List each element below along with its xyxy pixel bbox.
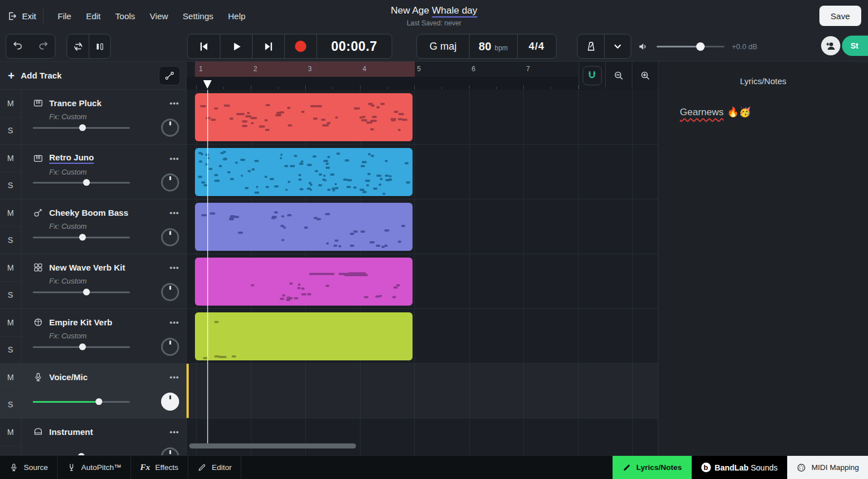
track-menu-button[interactable]: ••• — [170, 373, 179, 381]
track-row[interactable]: M S Voice/Mic ••• — [0, 364, 186, 419]
slider-knob[interactable] — [696, 42, 705, 51]
track-row[interactable]: M S New Wave Verb Kit ••• Fx: Custom — [0, 254, 186, 309]
slider-knob[interactable] — [96, 398, 102, 405]
track-menu-button[interactable]: ••• — [170, 154, 179, 163]
song-title-block[interactable]: New Age Whale day Last Saved: never — [390, 5, 477, 27]
speaker-icon[interactable] — [637, 41, 649, 53]
mute-button[interactable]: M — [0, 419, 21, 446]
redo-button[interactable] — [37, 40, 49, 54]
timeline-body[interactable] — [186, 90, 658, 455]
slider-knob[interactable] — [79, 124, 86, 131]
bpm-display[interactable]: 80bpm — [469, 34, 517, 58]
pan-knob[interactable] — [161, 173, 179, 191]
solo-button[interactable]: S — [0, 337, 21, 364]
solo-button[interactable]: S — [0, 172, 21, 199]
menu-file[interactable]: File — [58, 11, 71, 21]
slider-knob[interactable] — [83, 179, 90, 186]
midi-clip[interactable] — [195, 93, 413, 141]
midi-clip[interactable] — [195, 258, 413, 306]
menu-help[interactable]: Help — [228, 11, 246, 21]
pan-knob[interactable] — [161, 228, 179, 246]
solo-button[interactable]: S — [0, 391, 21, 419]
skip-back-button[interactable] — [188, 34, 220, 58]
undo-button[interactable] — [12, 40, 24, 54]
timeline-track-row[interactable] — [186, 309, 658, 364]
mute-button[interactable]: M — [0, 364, 21, 391]
studio-button[interactable]: St — [842, 36, 868, 56]
timeline-track-row[interactable] — [186, 90, 658, 145]
track-volume-slider[interactable] — [33, 343, 130, 351]
zoom-in-button[interactable] — [632, 62, 658, 89]
save-button[interactable]: Save — [819, 6, 861, 26]
song-title[interactable]: New Age Whale day — [390, 5, 477, 16]
midi-mapping-button[interactable]: MIDI Mapping — [787, 456, 868, 479]
pan-knob[interactable] — [161, 283, 179, 301]
track-menu-button[interactable]: ••• — [170, 318, 179, 326]
track-volume-slider[interactable] — [33, 233, 130, 241]
slider-knob[interactable] — [79, 234, 86, 241]
mute-button[interactable]: M — [0, 145, 21, 172]
metronome-dropdown[interactable] — [604, 34, 631, 58]
bottom-tab-effects[interactable]: FxEffects — [131, 456, 188, 479]
pan-knob[interactable] — [161, 338, 179, 356]
midi-clip[interactable] — [195, 312, 413, 360]
pan-knob[interactable] — [161, 393, 179, 411]
bottom-tab-editor[interactable]: Editor — [188, 456, 241, 479]
solo-button[interactable]: S — [0, 117, 21, 145]
menu-view[interactable]: View — [150, 11, 168, 21]
menu-settings[interactable]: Settings — [183, 11, 213, 21]
midi-clip[interactable] — [195, 148, 413, 196]
track-volume-slider[interactable] — [33, 288, 130, 296]
track-volume-slider[interactable] — [33, 124, 130, 132]
pan-knob[interactable] — [161, 447, 179, 455]
lyrics-content[interactable]: Gearnews🔥🥳 — [680, 106, 868, 118]
mute-button[interactable]: M — [0, 90, 21, 117]
horizontal-scrollbar[interactable] — [189, 443, 356, 448]
solo-button[interactable]: S — [0, 282, 21, 309]
loop-button[interactable] — [67, 34, 89, 58]
solo-button[interactable]: S — [0, 446, 21, 456]
split-region-button[interactable] — [89, 34, 110, 58]
track-menu-button[interactable]: ••• — [170, 263, 179, 272]
menu-edit[interactable]: Edit — [86, 11, 101, 21]
pan-knob[interactable] — [161, 119, 179, 137]
track-menu-button[interactable]: ••• — [170, 99, 179, 107]
metronome-button[interactable] — [578, 34, 604, 58]
mute-button[interactable]: M — [0, 199, 21, 227]
mute-button[interactable]: M — [0, 254, 21, 282]
time-signature-display[interactable]: 4/4 — [517, 34, 556, 58]
track-row[interactable]: M S Empire Kit Verb ••• Fx: Custom — [0, 309, 186, 364]
track-row[interactable]: M S Cheeky Boom Bass ••• Fx: Custom — [0, 199, 186, 254]
midi-clip[interactable] — [195, 203, 413, 251]
add-track-button[interactable]: + Add Track — [8, 70, 62, 81]
record-button[interactable] — [284, 34, 316, 58]
solo-button[interactable]: S — [0, 227, 21, 254]
track-row[interactable]: M S Retro Juno ••• Fx: Custom — [0, 145, 186, 199]
key-display[interactable]: G maj — [417, 34, 469, 58]
timeline-ruler[interactable]: 1234567 — [186, 62, 658, 90]
zoom-out-button[interactable] — [605, 62, 632, 89]
timeline-track-row[interactable] — [186, 145, 658, 199]
track-volume-slider[interactable] — [33, 178, 130, 186]
invite-collaborator-button[interactable] — [821, 36, 840, 55]
timeline-track-row[interactable] — [186, 364, 658, 419]
bottom-tab-autopitch[interactable]: AutoPitch™ — [58, 456, 131, 479]
track-volume-slider[interactable] — [33, 398, 130, 406]
bandlab-sounds-button[interactable]: b BandLab Sounds — [692, 456, 787, 479]
track-row[interactable]: M S Trance Pluck ••• Fx: Custom — [0, 90, 186, 145]
bottom-tab-source[interactable]: Source — [0, 456, 58, 479]
mute-button[interactable]: M — [0, 309, 21, 337]
automation-button[interactable] — [159, 66, 180, 85]
timeline-track-row[interactable] — [186, 419, 658, 455]
timeline-track-row[interactable] — [186, 199, 658, 254]
track-row[interactable]: M S Instrument ••• — [0, 419, 186, 455]
track-menu-button[interactable]: ••• — [170, 428, 179, 436]
track-menu-button[interactable]: ••• — [170, 208, 179, 217]
menu-tools[interactable]: Tools — [115, 11, 135, 21]
skip-forward-button[interactable] — [252, 34, 284, 58]
slider-knob[interactable] — [79, 343, 86, 350]
lyrics-notes-button[interactable]: Lyrics/Notes — [613, 456, 692, 479]
snap-button[interactable] — [579, 62, 606, 89]
timeline-track-row[interactable] — [186, 254, 658, 309]
exit-button[interactable]: Exit — [7, 11, 36, 21]
